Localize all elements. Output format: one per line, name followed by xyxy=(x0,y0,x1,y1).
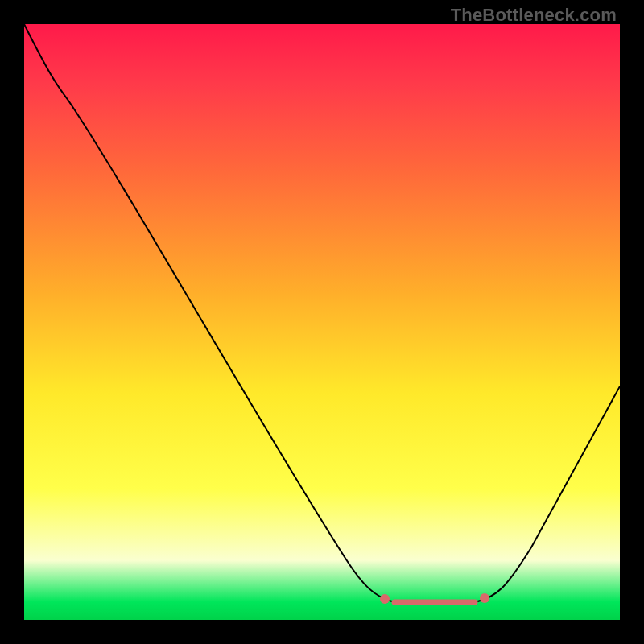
plot-area xyxy=(24,24,620,620)
chart-container: TheBottleneck.com xyxy=(0,0,644,644)
watermark: TheBottleneck.com xyxy=(451,5,617,26)
optimal-range-dot-left xyxy=(380,594,390,604)
optimal-range-dot-right xyxy=(480,593,489,603)
bottleneck-curve xyxy=(24,24,620,602)
chart-svg xyxy=(24,24,620,620)
